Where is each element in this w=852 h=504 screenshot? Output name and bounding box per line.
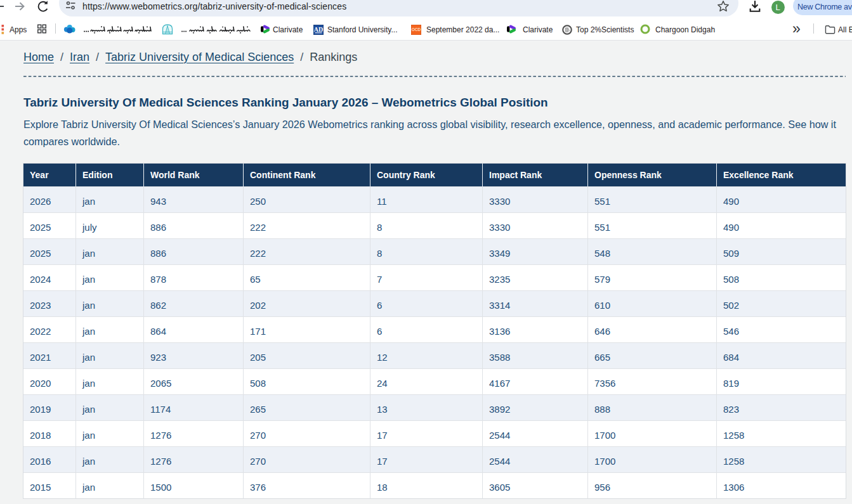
svg-text:OCD: OCD (412, 27, 421, 32)
svg-text:AD: AD (314, 26, 323, 33)
